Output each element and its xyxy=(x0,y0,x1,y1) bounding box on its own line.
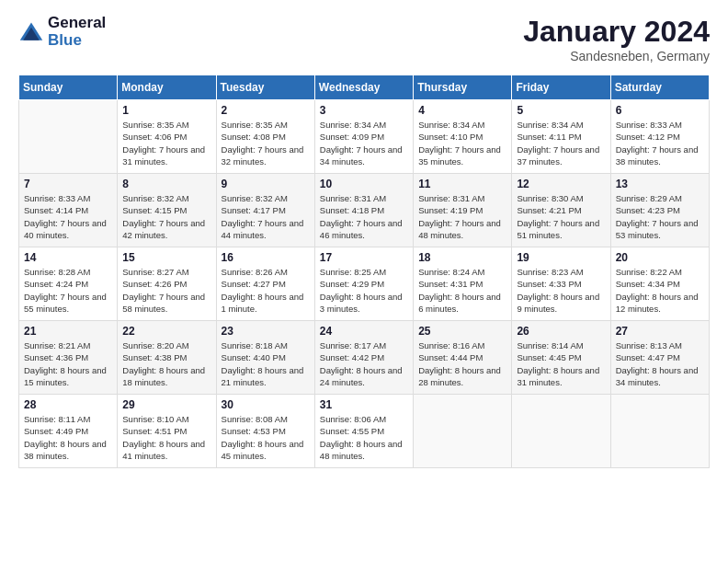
calendar-cell: 21Sunrise: 8:21 AMSunset: 4:36 PMDayligh… xyxy=(19,321,118,395)
day-number: 3 xyxy=(320,104,408,117)
week-row-1: 1Sunrise: 8:35 AMSunset: 4:06 PMDaylight… xyxy=(19,100,710,174)
day-info: Sunrise: 8:14 AMSunset: 4:45 PMDaylight:… xyxy=(517,339,605,388)
month-title: January 2024 xyxy=(523,15,710,49)
calendar-cell xyxy=(414,395,512,468)
day-info: Sunrise: 8:18 AMSunset: 4:40 PMDaylight:… xyxy=(222,339,310,388)
day-number: 27 xyxy=(616,325,704,338)
day-number: 5 xyxy=(517,104,605,117)
weekday-header-monday: Monday xyxy=(118,75,216,100)
calendar-cell: 17Sunrise: 8:25 AMSunset: 4:29 PMDayligh… xyxy=(314,247,413,321)
day-number: 26 xyxy=(517,325,605,338)
calendar-cell xyxy=(512,395,610,468)
day-info: Sunrise: 8:10 AMSunset: 4:51 PMDaylight:… xyxy=(122,413,210,462)
day-number: 9 xyxy=(222,178,310,190)
day-number: 2 xyxy=(222,104,310,117)
day-info: Sunrise: 8:32 AMSunset: 4:15 PMDaylight:… xyxy=(122,192,210,241)
day-number: 20 xyxy=(616,251,704,264)
day-number: 25 xyxy=(418,325,506,338)
day-info: Sunrise: 8:16 AMSunset: 4:44 PMDaylight:… xyxy=(418,339,506,388)
weekday-header-wednesday: Wednesday xyxy=(314,75,413,100)
calendar-cell: 5Sunrise: 8:34 AMSunset: 4:11 PMDaylight… xyxy=(512,100,610,174)
day-info: Sunrise: 8:34 AMSunset: 4:10 PMDaylight:… xyxy=(418,119,506,167)
calendar-cell: 9Sunrise: 8:32 AMSunset: 4:17 PMDaylight… xyxy=(216,174,314,247)
weekday-header-tuesday: Tuesday xyxy=(216,75,314,100)
week-row-3: 14Sunrise: 8:28 AMSunset: 4:24 PMDayligh… xyxy=(19,247,710,321)
day-info: Sunrise: 8:31 AMSunset: 4:18 PMDaylight:… xyxy=(320,192,408,241)
day-number: 12 xyxy=(517,178,605,190)
calendar-cell xyxy=(610,395,709,468)
calendar-cell: 20Sunrise: 8:22 AMSunset: 4:34 PMDayligh… xyxy=(610,247,709,321)
day-number: 4 xyxy=(418,104,506,117)
day-info: Sunrise: 8:06 AMSunset: 4:55 PMDaylight:… xyxy=(320,413,408,462)
logo-icon xyxy=(18,19,44,45)
day-number: 17 xyxy=(320,251,408,264)
day-info: Sunrise: 8:24 AMSunset: 4:31 PMDaylight:… xyxy=(418,266,506,315)
calendar-cell: 7Sunrise: 8:33 AMSunset: 4:14 PMDaylight… xyxy=(19,174,118,247)
week-row-4: 21Sunrise: 8:21 AMSunset: 4:36 PMDayligh… xyxy=(19,321,710,395)
day-info: Sunrise: 8:35 AMSunset: 4:06 PMDaylight:… xyxy=(122,119,210,167)
day-number: 13 xyxy=(616,178,704,190)
page-header: General Blue January 2024 Sandesneben, G… xyxy=(18,15,710,63)
weekday-header-saturday: Saturday xyxy=(610,75,709,100)
day-number: 15 xyxy=(122,251,210,264)
day-info: Sunrise: 8:25 AMSunset: 4:29 PMDaylight:… xyxy=(320,266,408,315)
day-info: Sunrise: 8:21 AMSunset: 4:36 PMDaylight:… xyxy=(24,339,112,388)
day-number: 21 xyxy=(24,325,112,338)
logo: General Blue xyxy=(18,15,106,49)
day-number: 18 xyxy=(418,251,506,264)
calendar-cell: 31Sunrise: 8:06 AMSunset: 4:55 PMDayligh… xyxy=(314,395,413,468)
day-number: 7 xyxy=(24,178,112,190)
calendar-cell: 28Sunrise: 8:11 AMSunset: 4:49 PMDayligh… xyxy=(19,395,118,468)
logo-general: General xyxy=(48,15,106,32)
day-info: Sunrise: 8:34 AMSunset: 4:11 PMDaylight:… xyxy=(517,119,605,167)
week-row-2: 7Sunrise: 8:33 AMSunset: 4:14 PMDaylight… xyxy=(19,174,710,247)
calendar-cell xyxy=(19,100,118,174)
day-number: 6 xyxy=(616,104,704,117)
calendar-cell: 8Sunrise: 8:32 AMSunset: 4:15 PMDaylight… xyxy=(118,174,216,247)
calendar-cell: 22Sunrise: 8:20 AMSunset: 4:38 PMDayligh… xyxy=(118,321,216,395)
calendar-cell: 1Sunrise: 8:35 AMSunset: 4:06 PMDaylight… xyxy=(118,100,216,174)
day-number: 19 xyxy=(517,251,605,264)
calendar-cell: 14Sunrise: 8:28 AMSunset: 4:24 PMDayligh… xyxy=(19,247,118,321)
logo-text: General Blue xyxy=(48,15,106,49)
calendar-body: 1Sunrise: 8:35 AMSunset: 4:06 PMDaylight… xyxy=(19,100,710,468)
calendar-cell: 25Sunrise: 8:16 AMSunset: 4:44 PMDayligh… xyxy=(414,321,512,395)
calendar-cell: 4Sunrise: 8:34 AMSunset: 4:10 PMDaylight… xyxy=(414,100,512,174)
calendar-cell: 10Sunrise: 8:31 AMSunset: 4:18 PMDayligh… xyxy=(314,174,413,247)
day-info: Sunrise: 8:35 AMSunset: 4:08 PMDaylight:… xyxy=(222,119,310,167)
weekday-header-friday: Friday xyxy=(512,75,610,100)
calendar-cell: 15Sunrise: 8:27 AMSunset: 4:26 PMDayligh… xyxy=(118,247,216,321)
calendar-cell: 3Sunrise: 8:34 AMSunset: 4:09 PMDaylight… xyxy=(314,100,413,174)
day-info: Sunrise: 8:23 AMSunset: 4:33 PMDaylight:… xyxy=(517,266,605,315)
day-number: 22 xyxy=(122,325,210,338)
day-number: 1 xyxy=(122,104,210,117)
day-number: 31 xyxy=(320,398,408,411)
calendar-cell: 12Sunrise: 8:30 AMSunset: 4:21 PMDayligh… xyxy=(512,174,610,247)
day-info: Sunrise: 8:27 AMSunset: 4:26 PMDaylight:… xyxy=(122,266,210,315)
day-number: 11 xyxy=(418,178,506,190)
day-info: Sunrise: 8:32 AMSunset: 4:17 PMDaylight:… xyxy=(222,192,310,241)
calendar-cell: 19Sunrise: 8:23 AMSunset: 4:33 PMDayligh… xyxy=(512,247,610,321)
day-number: 16 xyxy=(222,251,310,264)
day-info: Sunrise: 8:33 AMSunset: 4:14 PMDaylight:… xyxy=(24,192,112,241)
day-info: Sunrise: 8:22 AMSunset: 4:34 PMDaylight:… xyxy=(616,266,704,315)
calendar-cell: 16Sunrise: 8:26 AMSunset: 4:27 PMDayligh… xyxy=(216,247,314,321)
day-info: Sunrise: 8:30 AMSunset: 4:21 PMDaylight:… xyxy=(517,192,605,241)
calendar-cell: 27Sunrise: 8:13 AMSunset: 4:47 PMDayligh… xyxy=(610,321,709,395)
week-row-5: 28Sunrise: 8:11 AMSunset: 4:49 PMDayligh… xyxy=(19,395,710,468)
day-number: 14 xyxy=(24,251,112,264)
calendar-cell: 24Sunrise: 8:17 AMSunset: 4:42 PMDayligh… xyxy=(314,321,413,395)
day-info: Sunrise: 8:31 AMSunset: 4:19 PMDaylight:… xyxy=(418,192,506,241)
day-number: 8 xyxy=(122,178,210,190)
day-info: Sunrise: 8:20 AMSunset: 4:38 PMDaylight:… xyxy=(122,339,210,388)
day-number: 30 xyxy=(222,398,310,411)
location: Sandesneben, Germany xyxy=(523,49,710,63)
calendar-cell: 2Sunrise: 8:35 AMSunset: 4:08 PMDaylight… xyxy=(216,100,314,174)
calendar-cell: 29Sunrise: 8:10 AMSunset: 4:51 PMDayligh… xyxy=(118,395,216,468)
day-info: Sunrise: 8:33 AMSunset: 4:12 PMDaylight:… xyxy=(616,119,704,167)
calendar-cell: 26Sunrise: 8:14 AMSunset: 4:45 PMDayligh… xyxy=(512,321,610,395)
calendar-cell: 11Sunrise: 8:31 AMSunset: 4:19 PMDayligh… xyxy=(414,174,512,247)
day-number: 28 xyxy=(24,398,112,411)
day-info: Sunrise: 8:29 AMSunset: 4:23 PMDaylight:… xyxy=(616,192,704,241)
calendar-cell: 23Sunrise: 8:18 AMSunset: 4:40 PMDayligh… xyxy=(216,321,314,395)
